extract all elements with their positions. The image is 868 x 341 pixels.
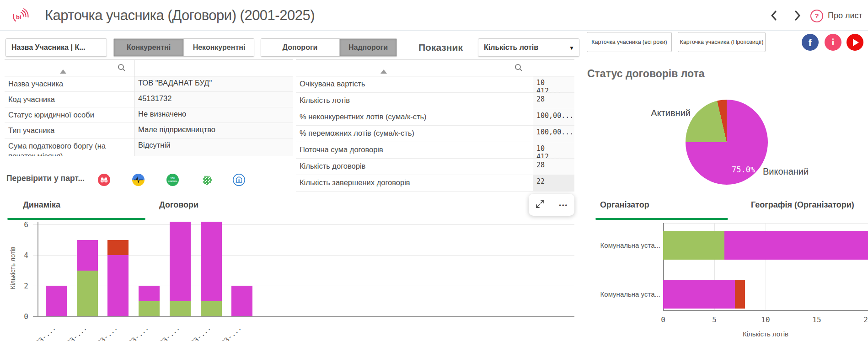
binoculars-icon[interactable] <box>98 174 110 186</box>
tab-contracts[interactable]: Договори <box>159 200 198 210</box>
bar-segment[interactable] <box>663 280 735 309</box>
indicator-dropdown[interactable]: Кількість лотів ▼ <box>478 38 579 57</box>
bar-segment[interactable] <box>231 286 252 316</box>
category-label[interactable]: Комунальна уста... <box>591 290 660 298</box>
bar[interactable] <box>107 240 129 317</box>
filter-noncompetitive[interactable]: Неконкурентні <box>184 38 254 57</box>
app-logo[interactable]: bi <box>10 6 29 27</box>
row-value: 10 412... <box>533 142 574 158</box>
bar[interactable] <box>77 240 98 317</box>
sort-asc-icon[interactable] <box>60 69 66 74</box>
bar-segment[interactable] <box>735 280 745 309</box>
header-bar: bi Карточка учасника (Договори) (2001-20… <box>0 0 868 31</box>
dashboard: bi Карточка учасника (Договори) (2001-20… <box>0 0 868 341</box>
row-label[interactable]: Кількість завершених договорів <box>296 175 533 191</box>
bar-segment[interactable] <box>170 222 191 301</box>
bar-segment[interactable] <box>46 286 67 316</box>
bar[interactable] <box>170 222 191 316</box>
x-tick-label: 5 <box>705 315 723 324</box>
nav-card-proposals-button[interactable]: Карточка учасника (Пропозиції) <box>678 32 766 52</box>
bar-segment[interactable] <box>107 240 129 256</box>
bar-segment[interactable] <box>170 301 191 317</box>
bar-segment[interactable] <box>201 222 222 301</box>
tab-geography[interactable]: Географія (Організатори) <box>751 200 854 210</box>
active-tab-underline <box>7 218 145 220</box>
bar[interactable] <box>139 286 160 316</box>
category-label[interactable]: Комунальна уста... <box>591 241 660 249</box>
bar-segment[interactable] <box>201 301 222 317</box>
svg-text:YOU: YOU <box>171 177 176 180</box>
bar[interactable] <box>46 286 67 316</box>
x-axis-line <box>663 310 868 311</box>
x-tick-label: 2023-... <box>148 324 181 341</box>
row-label[interactable]: Кількість договорів <box>296 159 533 175</box>
row-label[interactable]: Тип учасника <box>5 123 134 138</box>
bar-segment[interactable] <box>663 231 724 260</box>
competitive-toggle: Конкурентні Неконкурентні <box>113 38 254 57</box>
facebook-glyph: f <box>809 37 812 49</box>
y-tick-label: 0 <box>14 312 28 321</box>
bar[interactable] <box>663 280 868 309</box>
bar-segment[interactable] <box>77 271 98 317</box>
courthouse-icon[interactable] <box>233 174 245 186</box>
tab-dynamics[interactable]: Динаміка <box>23 200 60 210</box>
next-sheet-button[interactable] <box>794 10 801 23</box>
youcontrol-icon[interactable]: YOUCONTROL <box>166 174 179 186</box>
row-label[interactable]: Код учасника <box>5 92 134 107</box>
row-label[interactable]: % неконкурентних лотів (сума/к-сть) <box>296 109 533 125</box>
play-glyph <box>853 39 859 46</box>
prev-sheet-button[interactable] <box>770 10 777 23</box>
x-tick-label: 10 <box>756 315 775 324</box>
row-label[interactable]: Назва учасника <box>5 76 134 91</box>
bar-segment[interactable] <box>107 255 129 316</box>
bar-segment[interactable] <box>77 240 98 271</box>
search-icon[interactable] <box>117 63 126 74</box>
about-sheet-link[interactable]: Про лист <box>828 11 863 21</box>
bar-segment[interactable] <box>139 286 160 301</box>
qr-dots-icon[interactable] <box>201 174 213 186</box>
threshold-toggle: Допороги Надпороги <box>261 38 397 57</box>
expand-icon[interactable] <box>535 199 545 211</box>
flag-pulse-icon[interactable] <box>132 174 145 186</box>
youtube-icon[interactable] <box>847 34 863 51</box>
sort-asc-icon[interactable] <box>380 69 387 74</box>
facebook-icon[interactable]: f <box>802 34 819 51</box>
table-row: Сума податкового боргу (на початок місяц… <box>5 139 293 156</box>
nav-card-all-years-button[interactable]: Карточка учасника (всі роки) <box>587 32 672 52</box>
participant-table-header <box>5 60 293 76</box>
search-icon[interactable] <box>514 63 523 74</box>
bar-segment[interactable] <box>139 301 160 317</box>
filter-competitive[interactable]: Конкурентні <box>113 38 184 57</box>
table-row: Статус юридичної особиНе визначено <box>5 107 293 123</box>
indicator-value: Кількість лотів <box>484 43 538 52</box>
table-row: Тип учасникаМале підприємництво <box>5 123 293 139</box>
row-value: 28 <box>533 93 574 109</box>
row-label[interactable]: Кількість лотів <box>296 93 533 109</box>
bar[interactable] <box>663 231 868 260</box>
tab-organizer[interactable]: Організатор <box>600 200 649 210</box>
filter-above-threshold[interactable]: Надпороги <box>339 38 397 57</box>
x-tick-label: 2023-... <box>86 324 119 341</box>
row-label[interactable]: Поточна сума договорів <box>296 142 533 158</box>
row-label[interactable]: Сума податкового боргу (на початок місяц… <box>5 139 126 156</box>
participant-filter[interactable]: Назва Учасника | К... <box>5 38 107 57</box>
bar[interactable] <box>231 286 252 316</box>
gridline <box>33 224 574 225</box>
pie-label-active: Активний <box>631 108 691 118</box>
metrics-table-header <box>296 60 574 76</box>
more-options-icon[interactable]: ••• <box>559 202 568 208</box>
row-label[interactable]: Очікувана вартість <box>296 76 533 92</box>
info-glyph: i <box>832 37 835 48</box>
pie-chart[interactable] <box>686 100 768 185</box>
bar-segment[interactable] <box>724 231 868 260</box>
info-icon[interactable]: i <box>825 34 841 51</box>
pie-label-done: Виконаний <box>763 166 809 177</box>
row-value: 45131732 <box>134 92 293 107</box>
row-label[interactable]: % переможних лотів (сума/к-сть) <box>296 126 533 142</box>
row-label[interactable]: Статус юридичної особи <box>5 107 134 123</box>
x-tick-label: 20 <box>859 315 868 324</box>
table-row: Код учасника45131732 <box>5 92 293 107</box>
filter-below-threshold[interactable]: Допороги <box>261 38 339 57</box>
help-icon[interactable]: ? <box>810 10 823 22</box>
bar[interactable] <box>201 222 222 316</box>
